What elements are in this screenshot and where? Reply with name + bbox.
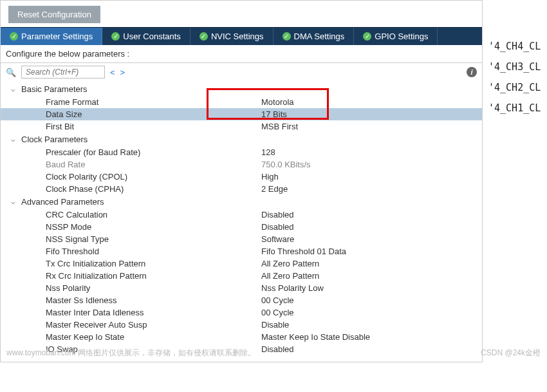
param-label: Master Receiver Auto Susp xyxy=(46,320,261,330)
tab-label: Parameter Settings xyxy=(21,32,93,41)
param-value[interactable]: Disable xyxy=(261,320,477,330)
param-value[interactable]: All Zero Pattern xyxy=(261,259,477,268)
search-icon[interactable]: 🔍 xyxy=(6,68,16,77)
tab-label: GPIO Settings xyxy=(375,32,428,41)
param-value[interactable]: 00 Cycle xyxy=(261,295,477,305)
param-value[interactable]: Master Keep Io State Disable xyxy=(261,332,477,342)
param-label: Tx Crc Initialization Pattern xyxy=(46,259,261,268)
param-label: Prescaler (for Baud Rate) xyxy=(46,147,261,157)
param-label: CRC Calculation xyxy=(46,210,261,219)
pin-label: '4_CH1_CL xyxy=(488,98,541,118)
tab-gpio-settings[interactable]: ✓GPIO Settings xyxy=(354,28,438,45)
search-input[interactable] xyxy=(21,66,105,79)
param-row[interactable]: Master Receiver Auto SuspDisable xyxy=(1,319,482,331)
param-row[interactable]: Data Size17 Bits xyxy=(1,108,482,120)
param-row[interactable]: Frame FormatMotorola xyxy=(1,96,482,108)
watermark-right: CSDN @24k金橙 xyxy=(481,348,541,359)
param-row[interactable]: Clock Phase (CPHA)2 Edge xyxy=(1,183,482,195)
param-label: Fifo Threshold xyxy=(46,247,261,256)
chevron-down-icon: ⌵ xyxy=(11,198,19,206)
tab-label: DMA Settings xyxy=(294,32,345,41)
param-row[interactable]: Master Inter Data Idleness00 Cycle xyxy=(1,306,482,319)
param-value[interactable]: 128 xyxy=(261,147,477,157)
param-row[interactable]: Nss PolarityNss Polarity Low xyxy=(1,282,482,294)
search-toolbar: 🔍 < > i xyxy=(1,63,482,81)
tab-bar: ✓Parameter Settings✓User Constants✓NVIC … xyxy=(1,27,482,45)
param-value[interactable]: 750.0 KBits/s xyxy=(261,160,477,169)
param-row[interactable]: CRC CalculationDisabled xyxy=(1,209,482,221)
check-icon: ✓ xyxy=(199,32,208,41)
tab-user-constants[interactable]: ✓User Constants xyxy=(102,28,190,45)
group-header[interactable]: ⌵Advanced Parameters xyxy=(1,195,482,209)
config-panel: Reset Configuration ✓Parameter Settings✓… xyxy=(0,0,483,362)
param-row[interactable]: Baud Rate750.0 KBits/s xyxy=(1,158,482,171)
group-label: Clock Parameters xyxy=(21,135,88,144)
param-label: Data Size xyxy=(46,109,261,119)
tab-label: NVIC Settings xyxy=(211,32,264,41)
param-value[interactable]: 00 Cycle xyxy=(261,308,477,317)
pin-label: '4_CH4_CL xyxy=(488,36,541,57)
param-row[interactable]: Rx Crc Initialization PatternAll Zero Pa… xyxy=(1,270,482,282)
param-label: Master Inter Data Idleness xyxy=(46,308,261,317)
param-value[interactable]: Motorola xyxy=(261,97,477,107)
parameter-tree: ⌵Basic ParametersFrame FormatMotorolaDat… xyxy=(1,81,482,362)
pin-label: '4_CH3_CL xyxy=(488,57,541,77)
check-icon: ✓ xyxy=(363,32,371,41)
param-label: Frame Format xyxy=(46,97,261,107)
param-value[interactable]: Fifo Threshold 01 Data xyxy=(261,247,477,256)
param-row[interactable]: Master Keep Io StateMaster Keep Io State… xyxy=(1,331,482,343)
param-row[interactable]: Fifo ThresholdFifo Threshold 01 Data xyxy=(1,245,482,257)
group-header[interactable]: ⌵Basic Parameters xyxy=(1,82,482,96)
param-row[interactable]: Prescaler (for Baud Rate)128 xyxy=(1,146,482,158)
param-row[interactable]: NSS Signal TypeSoftware xyxy=(1,233,482,245)
reset-button[interactable]: Reset Configuration xyxy=(8,6,100,23)
info-icon[interactable]: i xyxy=(467,67,477,77)
param-value[interactable]: 17 Bits xyxy=(261,109,477,119)
tab-label: User Constants xyxy=(123,32,181,41)
param-label: Nss Polarity xyxy=(46,283,261,293)
group-label: Advanced Parameters xyxy=(21,197,104,207)
param-row[interactable]: Clock Polarity (CPOL)High xyxy=(1,171,482,183)
param-value[interactable]: Disabled xyxy=(261,344,477,354)
check-icon: ✓ xyxy=(283,32,291,41)
watermark-left: www.toymoban.com 网络图片仅供展示，非存储，如有侵权请联系删除。 xyxy=(6,348,255,359)
param-label: First Bit xyxy=(46,122,261,131)
collapse-icon[interactable]: < xyxy=(110,68,115,77)
param-value[interactable]: All Zero Pattern xyxy=(261,271,477,281)
pin-labels: '4_CH4_CL'4_CH3_CL'4_CH2_CL'4_CH1_CL xyxy=(488,36,541,118)
param-value[interactable]: MSB First xyxy=(261,122,477,131)
param-label: Clock Phase (CPHA) xyxy=(46,184,261,194)
param-label: Master Ss Idleness xyxy=(46,295,261,305)
param-row[interactable]: Master Ss Idleness00 Cycle xyxy=(1,294,482,306)
param-row[interactable]: First BitMSB First xyxy=(1,120,482,133)
param-value[interactable]: Disabled xyxy=(261,222,477,232)
expand-icon[interactable]: > xyxy=(120,68,125,77)
config-instruction: Configure the below parameters : xyxy=(1,45,482,63)
group-header[interactable]: ⌵Clock Parameters xyxy=(1,133,482,146)
chevron-down-icon: ⌵ xyxy=(11,85,19,93)
param-value[interactable]: High xyxy=(261,172,477,182)
param-label: Rx Crc Initialization Pattern xyxy=(46,271,261,281)
chevron-down-icon: ⌵ xyxy=(11,135,19,144)
param-value[interactable]: Software xyxy=(261,234,477,244)
param-value[interactable]: 2 Edge xyxy=(261,184,477,194)
check-icon: ✓ xyxy=(111,32,120,41)
tab-dma-settings[interactable]: ✓DMA Settings xyxy=(274,28,355,45)
param-label: Baud Rate xyxy=(46,160,261,169)
param-row[interactable]: NSSP ModeDisabled xyxy=(1,221,482,233)
param-row[interactable]: Tx Crc Initialization PatternAll Zero Pa… xyxy=(1,257,482,270)
tab-parameter-settings[interactable]: ✓Parameter Settings xyxy=(1,28,102,45)
param-label: NSS Signal Type xyxy=(46,234,261,244)
reset-wrap: Reset Configuration xyxy=(1,1,482,27)
param-label: Master Keep Io State xyxy=(46,332,261,342)
group-label: Basic Parameters xyxy=(21,84,88,94)
param-value[interactable]: Disabled xyxy=(261,210,477,219)
pin-label: '4_CH2_CL xyxy=(488,77,541,98)
tab-nvic-settings[interactable]: ✓NVIC Settings xyxy=(190,28,274,45)
param-value[interactable]: Nss Polarity Low xyxy=(261,283,477,293)
param-label: NSSP Mode xyxy=(46,222,261,232)
check-icon: ✓ xyxy=(10,32,18,41)
param-label: Clock Polarity (CPOL) xyxy=(46,172,261,182)
